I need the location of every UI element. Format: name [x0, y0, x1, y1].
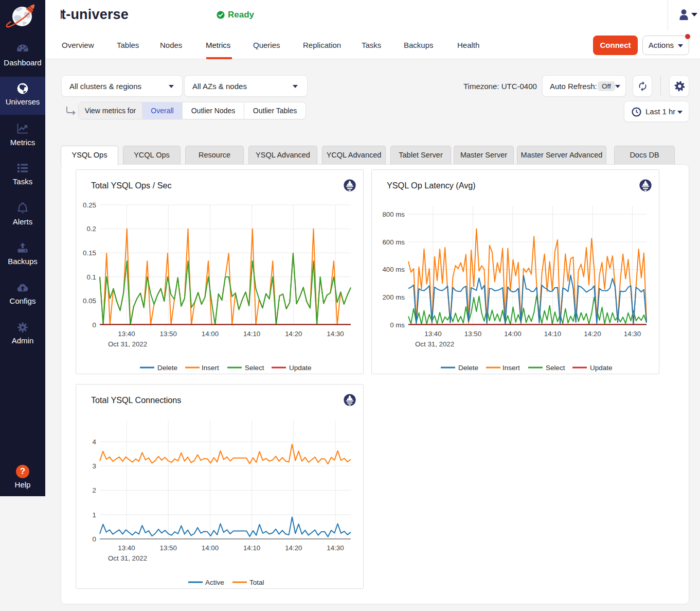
svg-text:Select: Select — [546, 364, 565, 372]
svg-text:Insert: Insert — [502, 364, 520, 372]
svg-text:14:20: 14:20 — [285, 330, 302, 338]
svg-text:Oct 31, 2022: Oct 31, 2022 — [108, 554, 147, 562]
svg-text:13:50: 13:50 — [464, 330, 481, 338]
svg-text:14:20: 14:20 — [584, 330, 601, 338]
svg-text:0.15: 0.15 — [83, 249, 96, 257]
svg-text:13:50: 13:50 — [160, 544, 177, 552]
svg-text:3: 3 — [93, 462, 96, 470]
svg-text:14:00: 14:00 — [202, 544, 219, 552]
svg-text:Update: Update — [289, 364, 312, 372]
svg-text:0.1: 0.1 — [87, 273, 97, 281]
svg-text:14:10: 14:10 — [243, 544, 260, 552]
svg-text:14:10: 14:10 — [544, 330, 561, 338]
svg-text:13:40: 13:40 — [118, 330, 135, 338]
svg-text:1: 1 — [93, 511, 96, 519]
svg-text:0: 0 — [93, 535, 96, 543]
svg-text:14:30: 14:30 — [624, 330, 641, 338]
svg-text:2: 2 — [93, 486, 96, 494]
svg-text:Total YSQL Connections: Total YSQL Connections — [91, 395, 181, 405]
svg-text:13:40: 13:40 — [118, 544, 135, 552]
svg-text:14:30: 14:30 — [327, 544, 344, 552]
svg-text:13:50: 13:50 — [160, 330, 177, 338]
svg-text:14:00: 14:00 — [504, 330, 521, 338]
svg-text:0.25: 0.25 — [83, 201, 96, 209]
svg-text:800 ms: 800 ms — [382, 211, 405, 218]
svg-text:Update: Update — [590, 364, 613, 372]
svg-text:14:20: 14:20 — [285, 544, 302, 552]
svg-text:Oct 31, 2022: Oct 31, 2022 — [108, 340, 147, 348]
svg-text:13:40: 13:40 — [424, 330, 441, 338]
svg-text:14:10: 14:10 — [243, 330, 260, 338]
svg-text:Insert: Insert — [202, 364, 219, 372]
svg-text:Oct 31, 2022: Oct 31, 2022 — [415, 340, 454, 348]
svg-text:400 ms: 400 ms — [382, 266, 405, 273]
svg-text:0 ms: 0 ms — [390, 321, 405, 329]
svg-text:14:30: 14:30 — [327, 330, 344, 338]
svg-text:0.05: 0.05 — [83, 297, 96, 305]
svg-text:0: 0 — [93, 321, 96, 329]
svg-text:Delete: Delete — [157, 364, 177, 372]
svg-text:Delete: Delete — [458, 364, 478, 372]
svg-text:200 ms: 200 ms — [382, 293, 405, 301]
svg-text:14:00: 14:00 — [202, 330, 219, 338]
svg-text:4: 4 — [93, 438, 96, 446]
svg-text:Total YSQL Ops / Sec: Total YSQL Ops / Sec — [91, 181, 172, 190]
svg-text:Select: Select — [245, 364, 264, 372]
svg-text:600 ms: 600 ms — [382, 238, 405, 246]
svg-text:Total: Total — [249, 579, 264, 586]
svg-text:Active: Active — [205, 579, 224, 586]
svg-text:0.2: 0.2 — [87, 225, 97, 233]
svg-text:YSQL Op Latency (Avg): YSQL Op Latency (Avg) — [387, 181, 476, 190]
